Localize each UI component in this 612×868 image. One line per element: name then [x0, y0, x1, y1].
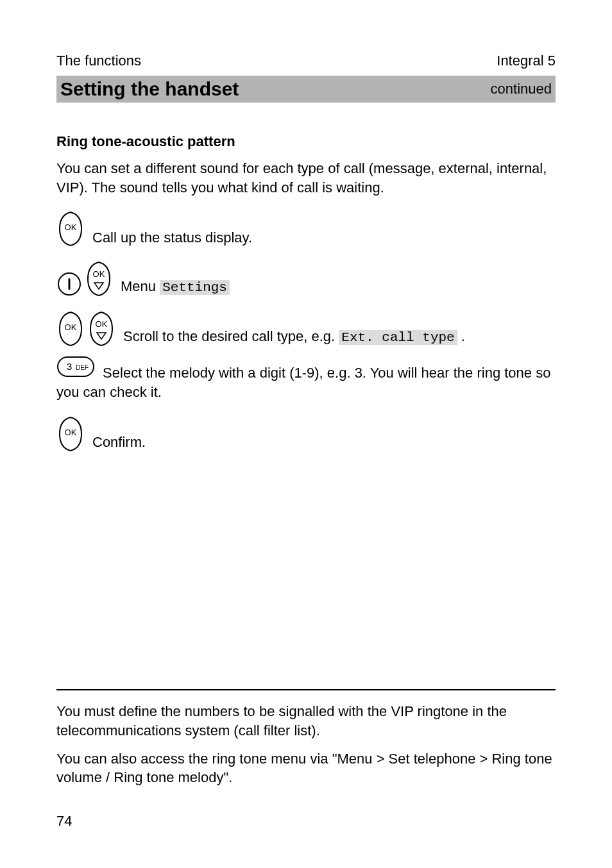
step-text-prefix: Scroll to the desired call type, e.g.: [123, 328, 339, 344]
step-text: Confirm.: [92, 433, 146, 452]
ok-down-button-icon: OK: [87, 311, 115, 347]
svg-rect-2: [69, 278, 71, 290]
page-header: The functions Integral 5: [56, 53, 556, 69]
step-text-prefix: Menu: [121, 278, 160, 294]
ok-down-button-icon: OK: [85, 261, 113, 297]
svg-text:OK: OK: [65, 428, 77, 437]
ext-call-type-chip: Ext. call type: [339, 330, 457, 345]
svg-text:OK: OK: [93, 269, 105, 279]
menu-settings-chip: Settings: [160, 280, 230, 295]
svg-text:OK: OK: [65, 322, 77, 332]
svg-text:DEF: DEF: [76, 364, 89, 371]
svg-text:OK: OK: [96, 319, 108, 329]
step-scroll-call-type: OK OK Scroll to the desired call type, e…: [56, 311, 556, 347]
title-continued-label: continued: [405, 76, 556, 103]
ok-button-icon: OK: [56, 416, 85, 452]
horizontal-rule: [56, 689, 556, 690]
page-title: Setting the handset: [56, 76, 405, 103]
intro-paragraph: You can set a different sound for each t…: [56, 159, 556, 197]
step-text: Call up the status display.: [92, 228, 252, 247]
step-call-up-status: OK Call up the status display.: [56, 211, 556, 247]
header-right: Integral 5: [497, 53, 556, 69]
section-heading: Ring tone-acoustic pattern: [56, 133, 556, 150]
step-confirm: OK Confirm.: [56, 416, 556, 452]
step-select-melody: 3 DEF Select the melody with a digit (1-…: [56, 356, 556, 401]
step-text: Select the melody with a digit (1-9), e.…: [56, 365, 550, 400]
page-number: 74: [56, 813, 556, 830]
svg-text:3: 3: [67, 361, 72, 372]
title-bar: Setting the handset continued: [56, 76, 556, 103]
digit-3-key-icon: 3 DEF: [56, 356, 95, 383]
ok-button-icon: OK: [56, 311, 85, 347]
ok-button-icon: OK: [56, 211, 85, 247]
footer-note-2: You can also access the ring tone menu v…: [56, 749, 556, 787]
step-text-suffix: .: [461, 328, 465, 344]
svg-text:OK: OK: [65, 222, 77, 232]
footer-note-1: You must define the numbers to be signal…: [56, 702, 556, 740]
header-left: The functions: [56, 53, 141, 69]
step-menu-settings: OK Menu Settings: [56, 261, 556, 297]
circle-i-icon: [56, 271, 82, 297]
